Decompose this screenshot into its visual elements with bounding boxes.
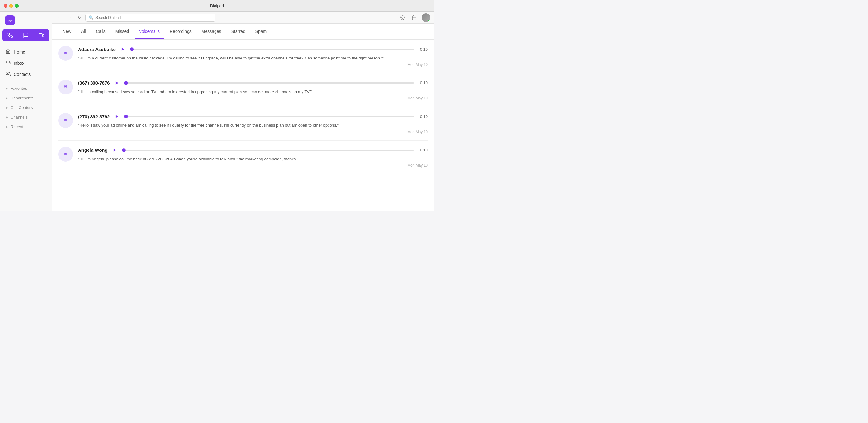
- contact-phone: (270) 392-3792: [78, 114, 110, 119]
- svg-rect-1: [39, 34, 42, 37]
- svg-point-15: [65, 119, 67, 121]
- svg-point-3: [402, 17, 403, 18]
- departments-chevron-icon: ▶: [6, 96, 8, 100]
- svg-point-2: [6, 72, 8, 73]
- progress-handle[interactable]: [124, 81, 128, 85]
- play-button[interactable]: [114, 80, 120, 86]
- progress-handle[interactable]: [124, 115, 128, 118]
- voicemail-item: Adaora Azubuike 0:10 "Hi, I'm a current …: [58, 40, 428, 73]
- sidebar-item-favorites[interactable]: ▶ Favorites: [2, 84, 49, 93]
- voicemail-header: Angela Wong 0:10: [78, 147, 428, 154]
- favorites-label: Favorites: [10, 86, 27, 91]
- search-icon: 🔍: [89, 16, 93, 20]
- sidebar-item-departments[interactable]: ▶ Departments: [2, 93, 49, 103]
- online-indicator: [428, 20, 430, 22]
- sidebar-item-home[interactable]: Home: [2, 47, 49, 58]
- tab-all[interactable]: All: [77, 25, 90, 39]
- voicemail-footer: Mon May 10: [78, 96, 428, 100]
- contact-avatar: [58, 147, 73, 162]
- audio-duration: 0:10: [420, 148, 428, 152]
- voicemail-footer: Mon May 10: [78, 163, 428, 168]
- voicemail-item: (367) 300-7676 0:10 "Hi, I'm calling bec…: [58, 73, 428, 107]
- play-button[interactable]: [114, 113, 120, 120]
- tab-new[interactable]: New: [58, 25, 75, 39]
- voicemail-list: Adaora Azubuike 0:10 "Hi, I'm a current …: [52, 40, 434, 212]
- tab-spam[interactable]: Spam: [251, 25, 271, 39]
- play-button[interactable]: [120, 46, 126, 53]
- voicemail-footer: Mon May 10: [78, 63, 428, 67]
- search-input[interactable]: [95, 16, 212, 20]
- titlebar: Dialpad: [0, 0, 434, 12]
- contacts-icon: [6, 71, 10, 78]
- audio-progress-bar[interactable]: [122, 150, 414, 151]
- voicemail-date: Mon May 10: [407, 163, 428, 168]
- voicemail-transcript: "Hi, I'm calling because I saw your ad o…: [78, 89, 428, 95]
- forward-button[interactable]: →: [66, 14, 73, 21]
- content-area: New All Calls Missed Voicemails Recordin…: [52, 24, 434, 212]
- svg-marker-0: [42, 34, 44, 36]
- voicemail-transcript: "Hi, I'm a current customer on the basic…: [78, 55, 428, 61]
- maximize-button[interactable]: [15, 4, 19, 8]
- calendar-button[interactable]: [410, 13, 418, 22]
- audio-duration: 0:10: [420, 47, 428, 52]
- sidebar-item-recent[interactable]: ▶ Recent: [2, 122, 49, 131]
- home-label: Home: [13, 50, 25, 55]
- video-tab[interactable]: [34, 29, 49, 41]
- progress-handle[interactable]: [130, 48, 134, 51]
- sidebar-item-inbox[interactable]: Inbox: [2, 58, 49, 69]
- svg-point-9: [65, 52, 67, 54]
- play-button[interactable]: [112, 147, 118, 154]
- minimize-button[interactable]: [9, 4, 13, 8]
- sidebar-item-contacts[interactable]: Contacts: [2, 69, 49, 80]
- home-icon: [6, 49, 10, 55]
- tab-calls[interactable]: Calls: [92, 25, 110, 39]
- audio-duration: 0:10: [420, 114, 428, 119]
- logo-area: [0, 12, 52, 29]
- channels-chevron-icon: ▶: [6, 116, 8, 119]
- svg-rect-4: [412, 16, 416, 20]
- tab-voicemails[interactable]: Voicemails: [135, 25, 164, 39]
- voicemail-date: Mon May 10: [407, 63, 428, 67]
- voicemail-body: Angela Wong 0:10 "Hi, I'm Angela. please…: [78, 147, 428, 168]
- voicemail-header: Adaora Azubuike 0:10: [78, 46, 428, 53]
- voicemail-header: (270) 392-3792 0:10: [78, 113, 428, 120]
- svg-point-18: [65, 153, 67, 155]
- tab-missed[interactable]: Missed: [111, 25, 133, 39]
- audio-progress-bar[interactable]: [124, 116, 414, 117]
- departments-label: Departments: [10, 96, 33, 100]
- voicemail-body: (367) 300-7676 0:10 "Hi, I'm calling bec…: [78, 80, 428, 101]
- tab-starred[interactable]: Starred: [227, 25, 250, 39]
- chat-tab[interactable]: [18, 29, 33, 41]
- voicemail-body: (270) 392-3792 0:10 "Hello, I saw your a…: [78, 113, 428, 134]
- channels-label: Channels: [10, 115, 28, 120]
- refresh-button[interactable]: ↻: [75, 14, 83, 21]
- audio-duration: 0:10: [420, 81, 428, 85]
- contact-phone: (367) 300-7676: [78, 80, 110, 86]
- favorites-chevron-icon: ▶: [6, 87, 8, 90]
- sidebar-item-channels[interactable]: ▶ Channels: [2, 113, 49, 122]
- sidebar-item-call-centers[interactable]: ▶ Call Centers: [2, 103, 49, 113]
- contact-name: Adaora Azubuike: [78, 47, 116, 52]
- voicemail-header: (367) 300-7676 0:10: [78, 80, 428, 86]
- voicemail-transcript: "Hi, I'm Angela. please call me back at …: [78, 156, 428, 162]
- progress-handle[interactable]: [122, 148, 126, 152]
- call-centers-label: Call Centers: [10, 105, 33, 110]
- voicemail-transcript: "Hello, I saw your ad online and am call…: [78, 122, 428, 128]
- audio-progress-bar[interactable]: [130, 49, 414, 50]
- traffic-lights: [4, 4, 19, 8]
- settings-button[interactable]: [398, 13, 407, 22]
- tab-recordings[interactable]: Recordings: [165, 25, 196, 39]
- contact-avatar: [58, 113, 73, 128]
- svg-marker-16: [116, 115, 118, 118]
- topbar: ← → ↻ 🔍: [52, 12, 434, 24]
- phone-tab[interactable]: [2, 29, 18, 41]
- audio-progress-bar[interactable]: [124, 82, 414, 84]
- close-button[interactable]: [4, 4, 7, 8]
- app-title: Dialpad: [210, 3, 224, 8]
- tab-messages[interactable]: Messages: [197, 25, 226, 39]
- inbox-label: Inbox: [13, 61, 24, 66]
- avatar[interactable]: [422, 13, 430, 22]
- action-tabs: [2, 29, 49, 41]
- back-button[interactable]: ←: [56, 14, 63, 21]
- voicemail-body: Adaora Azubuike 0:10 "Hi, I'm a current …: [78, 46, 428, 67]
